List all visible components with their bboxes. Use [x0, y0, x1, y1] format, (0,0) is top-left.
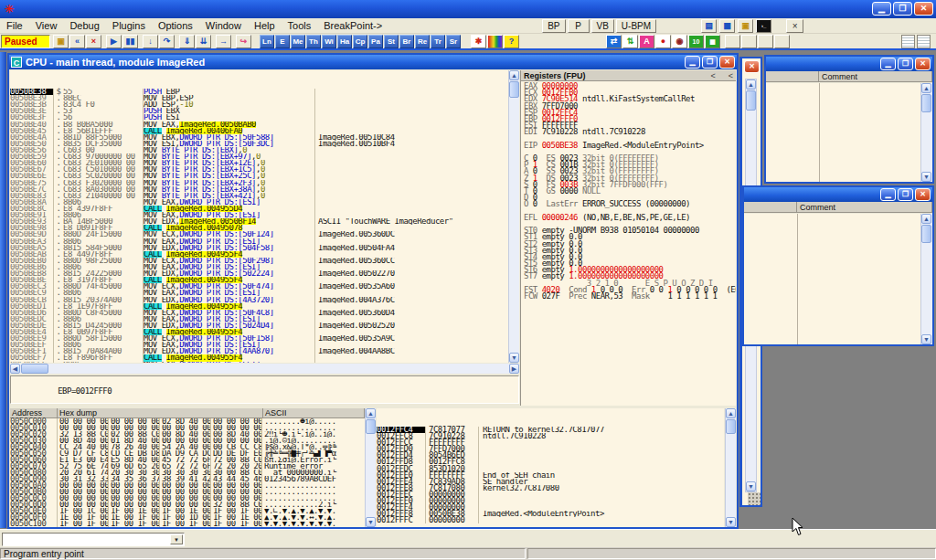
- maximize-button[interactable]: ❐: [702, 56, 718, 69]
- ascii-table-icon[interactable]: A: [639, 35, 654, 48]
- disasm-row[interactable]: 0050BED1.E8 1E97F8FFCALL ImageRed.004955…: [10, 303, 508, 310]
- dump-row[interactable]: 0050C040CC 24 40 0078 26 40 0054 2A 40 0…: [10, 444, 365, 450]
- blank-toolbar-button[interactable]: [758, 35, 773, 48]
- scroll-thumb[interactable]: [726, 419, 736, 434]
- pane-button-cp[interactable]: Cp: [353, 35, 367, 48]
- animate-over-icon[interactable]: ⇊: [196, 35, 211, 48]
- disasm-row[interactable]: 0050BE6E.C683 5C020000 00MOV BYTE PTR DS…: [10, 173, 508, 179]
- pane-button-re[interactable]: Re: [415, 35, 430, 48]
- disasm-row[interactable]: 0050BE75.C683 F3020000 00MOV BYTE PTR DS…: [10, 180, 508, 186]
- close-button[interactable]: ✕: [915, 58, 931, 70]
- scroll-thumb[interactable]: [921, 225, 931, 243]
- disasm-row[interactable]: 0050BEB6.8B06MOV EAX,DWORD PTR DS:[ESI]: [10, 264, 508, 270]
- column-header-comment[interactable]: Comment: [819, 71, 932, 81]
- command-input[interactable]: [5, 534, 169, 544]
- calculator-icon[interactable]: ▦: [719, 19, 735, 33]
- step-over-icon[interactable]: ↷: [159, 35, 175, 48]
- pane-button-pa[interactable]: Pa: [368, 35, 383, 48]
- menu-help[interactable]: Help: [248, 19, 282, 32]
- disasm-row[interactable]: 0050BE83.C683 21040000 00MOV BYTE PTR DS…: [10, 193, 508, 199]
- pane-button-ln[interactable]: Ln: [260, 35, 274, 48]
- pane-button-tr[interactable]: Tr: [431, 35, 445, 48]
- dump-row[interactable]: 0050C03000 8D 40 0001 8D 40 0000 00 00 0…: [10, 438, 365, 444]
- open-file-icon[interactable]: ▣: [53, 35, 69, 48]
- maximize-button[interactable]: ❐: [898, 58, 913, 70]
- disasm-row[interactable]: 0050BE3E.53PUSH EBX: [10, 108, 508, 114]
- menu-file[interactable]: File: [0, 19, 29, 32]
- minimize-button[interactable]: ▁: [880, 58, 896, 70]
- sort-icon[interactable]: ⇅: [622, 35, 638, 48]
- sync-icon[interactable]: ⇄: [606, 35, 622, 48]
- menubar-button-vb[interactable]: VB: [591, 19, 614, 33]
- console-icon[interactable]: ›_: [756, 19, 771, 33]
- middle-right-window-body[interactable]: [744, 214, 920, 344]
- scroll-up-icon[interactable]: ▲: [921, 214, 931, 224]
- registers-next-icon[interactable]: <: [729, 71, 733, 80]
- disasm-row[interactable]: 0050BECB.8B15 20374A00MOV EDX,DWORD PTR …: [10, 297, 508, 303]
- top-right-window-body[interactable]: [766, 83, 920, 182]
- go-to-address-icon[interactable]: ↪: [236, 35, 251, 48]
- dump-row[interactable]: 0050C08020 20 61 7420 30 30 3030 30 30 3…: [10, 470, 365, 476]
- disassembly-hscrollbar[interactable]: ◀ ▶: [10, 364, 519, 374]
- dump-row[interactable]: 0050C07052 75 6E 7469 6D 65 2065 72 72 6…: [10, 463, 365, 470]
- log-page-icon[interactable]: [901, 35, 915, 48]
- disasm-row[interactable]: 0050BEDC.8B06MOV EAX,DWORD PTR DS:[ESI]: [10, 316, 508, 322]
- pane-button-ha[interactable]: Ha: [337, 35, 352, 48]
- help-icon[interactable]: ?: [504, 35, 519, 48]
- disasm-row[interactable]: 0050BE40.B8 B0BA5000MOV EAX,ImageRed.005…: [10, 122, 508, 128]
- disasm-row[interactable]: 0050BE4A.8B1D 88F55000MOV EBX,DWORD PTR …: [10, 134, 508, 141]
- dump-row[interactable]: 0050C0E01F 00 1C 001F 00 1E 001F 00 1E 0…: [10, 508, 365, 514]
- run-icon[interactable]: ▶: [106, 35, 122, 48]
- disasm-row[interactable]: 0050BEA5.8B15 584F5000MOV EDX,DWORD PTR …: [10, 245, 508, 251]
- scroll-down-icon[interactable]: ▼: [921, 334, 931, 344]
- disasm-row[interactable]: 0050BEBE.E8 3197F8FFCALL ImageRed.004955…: [10, 277, 508, 283]
- scroll-up-icon[interactable]: ▲: [509, 70, 519, 80]
- disasm-row[interactable]: 0050BEE9.8B0D 58F15000MOV ECX,DWORD PTR …: [10, 335, 508, 342]
- cpu-window-titlebar[interactable]: C CPU - main thread, module ImageRed ▁ ❐…: [9, 55, 737, 69]
- pause-icon[interactable]: ▮▮: [122, 35, 138, 48]
- disasm-row[interactable]: 0050BE9D.8B0D 24F15000MOV ECX,DWORD PTR …: [10, 231, 508, 238]
- disasm-row[interactable]: 0050BEF7.E8 F896F8FFCALL ImageRed.004955…: [10, 354, 508, 361]
- combo-dropdown-icon[interactable]: ▼: [170, 534, 183, 544]
- disasm-row[interactable]: 0050BE60.C683 2E010000 00MOV BYTE PTR DS…: [10, 160, 508, 166]
- scroll-thumb[interactable]: [366, 419, 376, 434]
- minimize-button[interactable]: ▁: [880, 188, 896, 201]
- column-header-blank[interactable]: [744, 202, 797, 212]
- disasm-row[interactable]: 0050BE67.C683 C5010000 00MOV BYTE PTR DS…: [10, 166, 508, 173]
- go-back-icon[interactable]: «: [69, 35, 85, 48]
- disasm-row[interactable]: 0050BEFC.8B06MOV EAX,DWORD PTR DS:[ESI]: [10, 362, 508, 363]
- dump-header[interactable]: Address Hex dump ASCII: [10, 408, 365, 418]
- scroll-up-icon[interactable]: ▲: [726, 408, 736, 418]
- app-titlebar[interactable]: ✳ ▁ ❐ ✕: [0, 0, 936, 18]
- vscrollbar[interactable]: ▲ ▼: [920, 83, 932, 182]
- disasm-row[interactable]: 0050BEDE.8B15 D4245000MOV EDX,DWORD PTR …: [10, 322, 508, 329]
- disasm-row[interactable]: 0050BEA3.8B06MOV EAX,DWORD PTR DS:[ESI]: [10, 238, 508, 245]
- column-header-comment[interactable]: Comment: [797, 202, 932, 212]
- disasm-row[interactable]: 0050BEE4.E8 0B97F8FFCALL ImageRed.004955…: [10, 329, 508, 335]
- menubar-button-p[interactable]: P: [568, 19, 590, 33]
- disasm-row[interactable]: 0050BE50.8B35 DCF35000MOV ESI,DWORD PTR …: [10, 141, 508, 147]
- registers-prev-icon[interactable]: <: [710, 71, 715, 80]
- scroll-up-icon[interactable]: ▲: [921, 83, 931, 93]
- menu-options[interactable]: Options: [152, 19, 199, 32]
- disasm-row[interactable]: 0050BEB8.8B15 24225000MOV EDX,DWORD PTR …: [10, 270, 508, 277]
- disasm-row[interactable]: 0050BE56.C603 00MOV BYTE PTR DS:[EBX],0: [10, 147, 508, 153]
- disasm-row[interactable]: 0050BEC3.8B0D 74F45000MOV ECX,DWORD PTR …: [10, 283, 508, 290]
- column-header-blank[interactable]: [766, 71, 819, 81]
- scroll-up-icon[interactable]: ▲: [746, 79, 756, 90]
- scroll-thumb[interactable]: [921, 94, 931, 112]
- minimize-button[interactable]: ▁: [872, 2, 891, 16]
- resize-grip[interactable]: [748, 492, 760, 505]
- spiral-icon[interactable]: ◉: [672, 35, 687, 48]
- disasm-row[interactable]: 0050BE91.8B06MOV EAX,DWORD PTR DS:[ESI]: [10, 212, 508, 218]
- info-pane[interactable]: EBP=0012FFF0: [10, 375, 519, 404]
- close-button[interactable]: ✕: [915, 188, 931, 201]
- scroll-thumb[interactable]: [509, 81, 519, 98]
- pane-button-br[interactable]: Br: [399, 35, 414, 48]
- pane-button-st[interactable]: St: [384, 35, 399, 48]
- side-window-close-button[interactable]: ✕: [744, 60, 760, 73]
- scroll-down-icon[interactable]: ▼: [366, 517, 376, 527]
- binary-icon[interactable]: 10: [688, 35, 704, 48]
- dump-row[interactable]: 0050C0D000 00 00 0000 00 00 0000 00 00 0…: [10, 502, 365, 508]
- notepad-icon[interactable]: ▤: [701, 19, 717, 33]
